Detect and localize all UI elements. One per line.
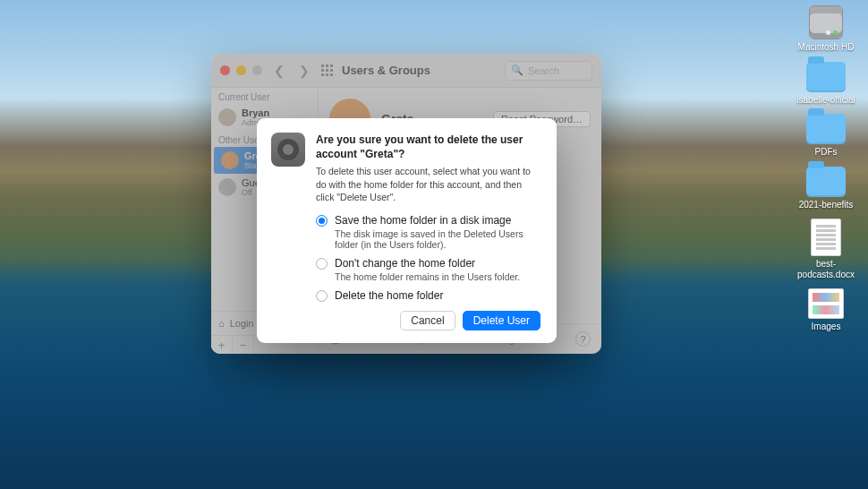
desktop-file-podcasts[interactable]: best-podcasts.docx xyxy=(793,219,859,279)
sidebar-section-current: Current User xyxy=(211,88,318,104)
delete-user-button[interactable]: Delete User xyxy=(463,311,540,330)
back-button[interactable]: ❮ xyxy=(271,64,287,78)
search-icon: 🔍 xyxy=(511,64,523,76)
image-file-icon xyxy=(808,288,844,319)
desktop-folder-2021-benefits[interactable]: 2021-benefits xyxy=(793,167,859,210)
radio-icon xyxy=(316,258,328,270)
desktop-file-images[interactable]: Images xyxy=(793,288,859,332)
dialog-subtitle: To delete this user account, select what… xyxy=(316,165,540,203)
dialog-title: Are you sure you want to delete the user… xyxy=(316,133,540,161)
folder-icon xyxy=(806,62,846,92)
option-delete-folder[interactable]: Delete the home folder xyxy=(316,289,540,302)
show-all-icon[interactable] xyxy=(321,64,333,76)
avatar-icon xyxy=(218,108,236,126)
desktop-icon-macintosh-hd[interactable]: Macintosh HD xyxy=(793,5,859,53)
document-icon xyxy=(811,219,841,256)
zoom-window-button[interactable] xyxy=(252,65,262,75)
titlebar: ❮ ❯ Users & Groups 🔍 Search xyxy=(211,54,601,88)
desktop-icons: Macintosh HD isabelle-official PDFs 2021… xyxy=(793,5,859,341)
cancel-button[interactable]: Cancel xyxy=(400,311,455,330)
help-button[interactable]: ? xyxy=(575,331,591,347)
folder-icon xyxy=(806,167,846,197)
remove-user-button[interactable]: − xyxy=(233,336,254,354)
radio-icon xyxy=(316,215,328,227)
avatar-icon xyxy=(218,178,236,196)
add-user-button[interactable]: + xyxy=(211,336,233,354)
search-field[interactable]: 🔍 Search xyxy=(505,61,592,81)
house-icon: ⌂ xyxy=(218,318,225,329)
close-window-button[interactable] xyxy=(220,65,230,75)
option-save-disk-image[interactable]: Save the home folder in a disk image The… xyxy=(316,214,540,250)
gear-icon xyxy=(277,139,299,160)
desktop: Macintosh HD isabelle-official PDFs 2021… xyxy=(0,0,868,489)
radio-icon xyxy=(316,290,328,302)
folder-icon xyxy=(806,114,846,144)
forward-button[interactable]: ❯ xyxy=(296,64,312,78)
system-preferences-icon xyxy=(271,133,305,167)
desktop-folder-isabelle[interactable]: isabelle-official xyxy=(793,62,859,106)
window-title: Users & Groups xyxy=(342,64,430,77)
avatar-icon xyxy=(221,151,239,169)
option-dont-change[interactable]: Don't change the home folder The home fo… xyxy=(316,257,540,282)
minimize-window-button[interactable] xyxy=(236,65,246,75)
hard-drive-icon xyxy=(809,5,843,39)
window-controls xyxy=(220,65,262,75)
delete-user-dialog: Are you sure you want to delete the user… xyxy=(257,118,557,343)
desktop-folder-pdfs[interactable]: PDFs xyxy=(793,114,859,158)
